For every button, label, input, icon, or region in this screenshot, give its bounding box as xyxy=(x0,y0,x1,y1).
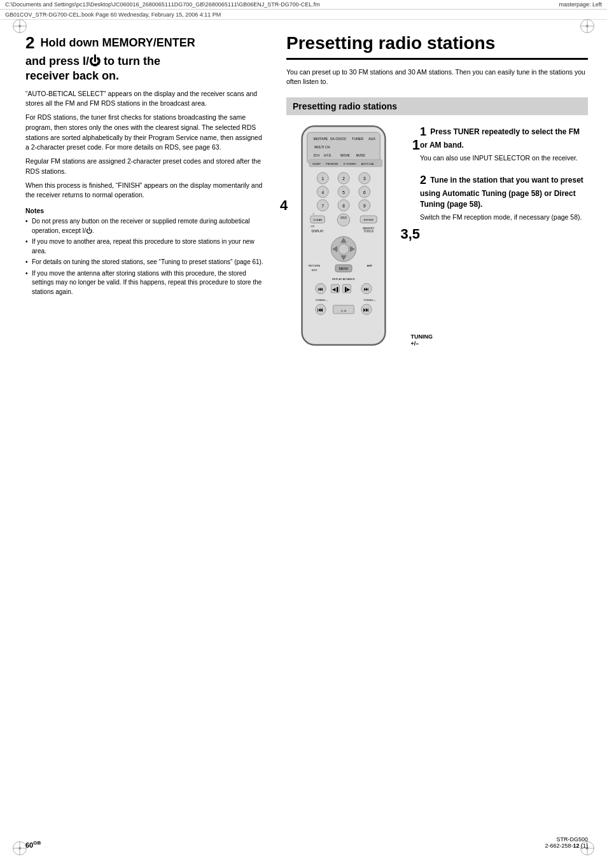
svg-text:4: 4 xyxy=(321,190,324,195)
svg-text:▷ o: ▷ o xyxy=(341,309,346,312)
svg-text:2CH: 2CH xyxy=(314,154,319,157)
svg-point-38 xyxy=(337,214,350,227)
svg-text:TUNER: TUNER xyxy=(352,137,363,141)
section-title: Presetting radio stations xyxy=(286,32,588,60)
step2-num: 2 xyxy=(420,174,426,186)
left-column: 2 Hold down MEMORY/ENTERand press I/⏻ to… xyxy=(25,32,267,365)
callout-1: 1 xyxy=(412,137,420,153)
svg-text:TUNING +: TUNING + xyxy=(363,298,376,302)
svg-text:⏭: ⏭ xyxy=(364,286,369,292)
svg-text:MUSIC: MUSIC xyxy=(356,154,366,157)
registration-mark-tl xyxy=(13,19,27,33)
svg-text:DISPLAY: DISPLAY xyxy=(312,230,324,233)
model-name: STR-DG500 xyxy=(545,836,588,843)
subsection-box: Presetting radio stations xyxy=(286,97,588,115)
notes-title: Notes xyxy=(25,207,267,214)
svg-text:SLEEP: SLEEP xyxy=(312,162,321,165)
svg-text:⏮: ⏮ xyxy=(317,306,324,313)
step2-item: 2 Tune in the station that you want to p… xyxy=(420,172,588,223)
svg-text:TUNING –: TUNING – xyxy=(316,298,328,302)
remote-control-container: MD/TAPE SA-CD/CD TUNER AUX MULTI CH 2CH … xyxy=(286,124,414,354)
svg-text:3: 3 xyxy=(363,176,366,181)
registration-mark-bl xyxy=(13,841,27,855)
registration-mark-tr xyxy=(580,19,594,33)
step1-body: You can also use INPUT SELECTOR on the r… xyxy=(420,153,588,164)
svg-text:SA-CD/CD: SA-CD/CD xyxy=(330,137,346,141)
para4: When this process is finished, “FINISH” … xyxy=(25,181,267,201)
para2: For RDS stations, the tuner first checks… xyxy=(25,113,267,153)
tuning-label: TUNING+/– xyxy=(411,333,433,348)
page-superscript: GB xyxy=(33,840,41,846)
para3: Regular FM stations are assigned 2-chara… xyxy=(25,157,267,177)
step2-heading-right: 2 Tune in the station that you want to p… xyxy=(420,172,588,210)
note1: Do not press any button on the receiver … xyxy=(25,217,267,235)
note2: If you move to another area, repeat this… xyxy=(25,237,267,256)
svg-text:MOVIE: MOVIE xyxy=(340,154,350,157)
svg-text:REPLAY  ADVANCE: REPLAY ADVANCE xyxy=(332,278,355,281)
para1: “AUTO-BETICAL SELECT” appears on the dis… xyxy=(25,89,267,109)
intro-text: You can preset up to 30 FM stations and … xyxy=(286,67,588,88)
svg-text:0/10: 0/10 xyxy=(340,216,347,220)
main-content: 2 Hold down MEMORY/ENTERand press I/⏻ to… xyxy=(0,20,607,377)
step2-body: Switch the FM reception mode, if necessa… xyxy=(420,213,588,223)
svg-text:A.F.D.: A.F.D. xyxy=(324,154,331,157)
svg-text:AUX: AUX xyxy=(368,137,375,141)
svg-text:⏭: ⏭ xyxy=(363,306,370,313)
svg-text:RETURN/: RETURN/ xyxy=(309,264,321,267)
svg-text:9: 9 xyxy=(363,204,366,208)
svg-text:◀▐: ◀▐ xyxy=(332,287,338,292)
svg-point-46 xyxy=(338,244,349,254)
svg-text:CLEAR: CLEAR xyxy=(314,218,323,221)
model-info: STR-DG500 2-662-258-12 (1) xyxy=(545,836,588,849)
svg-text:7: 7 xyxy=(321,204,324,208)
step2-title: Hold down MEMORY/ENTERand press I/⏻ to t… xyxy=(25,36,195,83)
page-footer: 60GB STR-DG500 2-662-258-12 (1) xyxy=(25,836,588,849)
steps-area: 1 Press TUNER repeatedly to select the F… xyxy=(420,124,588,354)
filepath-bar: GB01COV_STR-DG700-CEL.book Page 60 Wedne… xyxy=(0,10,607,20)
svg-text:▐▶: ▐▶ xyxy=(344,287,351,292)
svg-text:8: 8 xyxy=(342,204,345,208)
svg-text:FM MODE: FM MODE xyxy=(326,162,338,165)
svg-text:MD/TAPE: MD/TAPE xyxy=(314,137,328,141)
file-date-line: GB01COV_STR-DG700-CEL.book Page 60 Wedne… xyxy=(5,11,602,18)
svg-text:1: 1 xyxy=(321,176,324,181)
svg-text:>10: >10 xyxy=(310,225,314,228)
svg-text:D.TUNING: D.TUNING xyxy=(344,162,356,165)
step2-number: 2 xyxy=(25,33,34,52)
svg-text:2: 2 xyxy=(342,176,345,181)
step1-title: Press TUNER repeatedly to select the FM … xyxy=(420,127,580,150)
note4: If you move the antenna after storing st… xyxy=(25,269,267,297)
svg-text:AMP: AMP xyxy=(366,264,372,267)
step2-title-right: Tune in the station that you want to pre… xyxy=(420,176,583,209)
callout-4: 4 xyxy=(280,197,288,214)
notes-list: Do not press any button on the receiver … xyxy=(25,217,267,297)
step1-item: 1 Press TUNER repeatedly to select the F… xyxy=(420,124,588,164)
callout-35: 3,5 xyxy=(400,226,420,242)
remote-svg: MD/TAPE SA-CD/CD TUNER AUX MULTI CH 2CH … xyxy=(286,124,401,353)
remote-steps-area: MD/TAPE SA-CD/CD TUNER AUX MULTI CH 2CH … xyxy=(286,124,588,354)
svg-text:5: 5 xyxy=(342,190,345,195)
right-column: Presetting radio stations You can preset… xyxy=(286,32,588,365)
svg-text:ENT/ER: ENT/ER xyxy=(364,218,373,221)
filepath-text: C:\Documents and Settings\pc13\Desktop\J… xyxy=(5,1,320,8)
page-number: 60GB xyxy=(25,840,41,849)
svg-text:MULTI CH: MULTI CH xyxy=(314,145,330,149)
svg-text:⏮: ⏮ xyxy=(318,286,323,292)
svg-text:EXIT: EXIT xyxy=(312,269,318,272)
svg-text:MENU: MENU xyxy=(339,267,349,270)
step1-num: 1 xyxy=(420,125,426,138)
masterpage-text: masterpage: Left xyxy=(559,1,602,8)
svg-text:AUTO CAL: AUTO CAL xyxy=(361,162,375,165)
note3: For details on tuning the stored station… xyxy=(25,258,267,267)
svg-text:6: 6 xyxy=(363,190,366,195)
step1-heading: 1 Press TUNER repeatedly to select the F… xyxy=(420,124,588,151)
top-bar: C:\Documents and Settings\pc13\Desktop\J… xyxy=(0,0,607,10)
model-number: 2-662-258-12 (1) xyxy=(545,843,588,849)
step2-heading: 2 Hold down MEMORY/ENTERand press I/⏻ to… xyxy=(25,32,267,84)
svg-text:TOOLS: TOOLS xyxy=(364,230,373,233)
page-num-text: 60 xyxy=(25,841,33,849)
notes-section: Notes Do not press any button on the rec… xyxy=(25,207,267,297)
